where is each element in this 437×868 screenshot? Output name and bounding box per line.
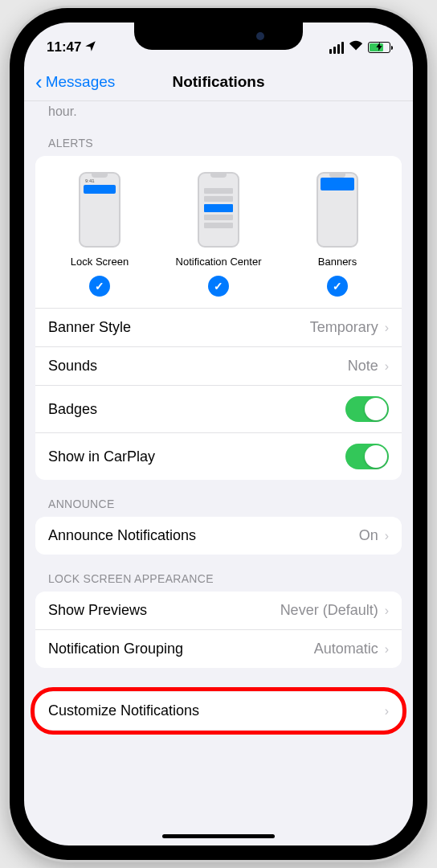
chevron-right-icon: › <box>385 529 389 543</box>
alert-option-lock-screen[interactable]: 9:41 Lock Screen ✓ <box>40 172 159 297</box>
wifi-icon <box>349 39 363 55</box>
row-value: Note <box>348 358 378 375</box>
alert-option-notification-center[interactable]: Notification Center ✓ <box>159 172 278 297</box>
row-label: Sounds <box>48 358 97 375</box>
back-button[interactable]: ‹ Messages <box>35 72 115 92</box>
checkmark-icon: ✓ <box>89 276 110 297</box>
charging-bolt-icon <box>376 43 382 53</box>
lock-screen-preview-icon: 9:41 <box>79 172 120 248</box>
chevron-right-icon: › <box>385 642 389 657</box>
checkmark-icon: ✓ <box>208 276 229 297</box>
alert-label: Lock Screen <box>71 256 129 268</box>
alert-style-row: 9:41 Lock Screen ✓ <box>35 156 402 309</box>
volume-down-button <box>6 256 9 305</box>
row-label: Notification Grouping <box>48 641 183 657</box>
customize-notifications-row[interactable]: Customize Notifications › <box>35 692 402 730</box>
chevron-right-icon: › <box>385 604 389 618</box>
lockscreen-appearance-card: Show Previews Never (Default) › Notifica… <box>35 592 402 668</box>
row-value: Temporary <box>310 319 378 336</box>
chevron-left-icon: ‹ <box>35 72 43 92</box>
carplay-row: Show in CarPlay <box>35 433 402 480</box>
chevron-right-icon: › <box>385 704 389 719</box>
badges-toggle[interactable] <box>345 396 389 422</box>
back-label: Messages <box>46 73 116 91</box>
row-value: Automatic <box>314 641 378 657</box>
announce-notifications-row[interactable]: Announce Notifications On › <box>35 517 402 555</box>
navigation-bar: ‹ Messages Notifications <box>24 63 413 101</box>
carplay-toggle[interactable] <box>345 444 389 469</box>
chevron-right-icon: › <box>385 359 389 374</box>
section-header-lockscreen: LOCK SCREEN APPEARANCE <box>24 555 413 592</box>
status-time: 11:47 <box>47 39 81 55</box>
mute-switch <box>6 145 9 174</box>
power-button <box>427 193 431 273</box>
alert-label: Notification Center <box>176 256 262 268</box>
row-label: Show Previews <box>48 602 147 619</box>
row-label: Customize Notifications <box>48 702 199 719</box>
cellular-signal-icon <box>329 42 345 54</box>
row-label: Announce Notifications <box>48 527 196 544</box>
notification-grouping-row[interactable]: Notification Grouping Automatic › <box>35 630 402 668</box>
section-header-announce: ANNOUNCE <box>24 480 413 517</box>
content-scroll[interactable]: hour. ALERTS 9:41 Lock Screen ✓ <box>24 101 413 837</box>
badges-row: Badges <box>35 386 402 433</box>
section-header-alerts: ALERTS <box>24 119 413 156</box>
page-title: Notifications <box>172 73 264 91</box>
notch <box>134 23 303 50</box>
alerts-card: 9:41 Lock Screen ✓ <box>35 156 402 480</box>
notification-center-preview-icon <box>198 172 239 248</box>
checkmark-icon: ✓ <box>327 276 348 297</box>
chevron-right-icon: › <box>385 321 389 335</box>
volume-up-button <box>6 193 9 243</box>
customize-card: Customize Notifications › <box>35 692 402 730</box>
row-label: Show in CarPlay <box>48 448 155 465</box>
location-arrow-icon <box>84 40 96 55</box>
show-previews-row[interactable]: Show Previews Never (Default) › <box>35 592 402 630</box>
screen: 11:47 ‹ Messag <box>24 23 413 845</box>
announce-card: Announce Notifications On › <box>35 517 402 555</box>
row-label: Badges <box>48 401 97 418</box>
home-indicator[interactable] <box>162 834 275 838</box>
row-label: Banner Style <box>48 319 131 336</box>
alert-option-banners[interactable]: Banners ✓ <box>278 172 397 297</box>
row-value: On <box>359 527 378 544</box>
row-value: Never (Default) <box>280 602 378 619</box>
banners-preview-icon <box>317 172 358 248</box>
alert-label: Banners <box>318 256 357 268</box>
battery-icon <box>368 42 390 53</box>
truncated-description: hour. <box>24 101 413 119</box>
banner-style-row[interactable]: Banner Style Temporary › <box>35 309 402 347</box>
sounds-row[interactable]: Sounds Note › <box>35 347 402 386</box>
phone-frame: 11:47 ‹ Messag <box>10 8 427 860</box>
